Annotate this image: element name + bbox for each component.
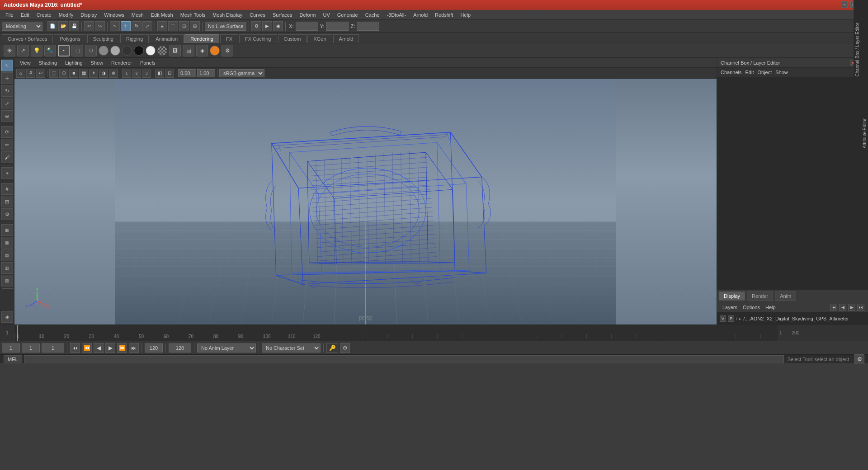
menu-windows[interactable]: Windows	[100, 11, 128, 19]
right-tab-render[interactable]: Render	[747, 291, 773, 301]
right-tab-display[interactable]: Display	[719, 291, 745, 301]
vp-display-btn[interactable]: ⬚	[49, 69, 58, 78]
character-set-dropdown[interactable]: No Character Set	[262, 343, 321, 352]
vp-aa-btn[interactable]: ⊕	[109, 69, 118, 78]
help-btn[interactable]: Help	[764, 304, 778, 310]
menu-redshift[interactable]: Redshift	[431, 11, 457, 19]
snap-view-button[interactable]: ⊞	[190, 21, 200, 31]
sculpt-brush[interactable]: ✏	[1, 139, 13, 150]
layer-nav-3[interactable]: ▶	[848, 304, 855, 311]
play-back-button[interactable]: ◀	[94, 343, 104, 353]
scale-tool-button[interactable]: ⤢	[142, 21, 152, 31]
vp-undo-btn[interactable]: ↩	[36, 69, 45, 78]
vp-home-btn[interactable]: ⌂	[16, 69, 25, 78]
tab-fx[interactable]: FX	[220, 34, 238, 43]
ipr-render-button[interactable]: ◉	[273, 21, 283, 31]
quick-layout-3[interactable]: ▤	[1, 249, 13, 261]
go-end-button[interactable]: ⏭	[129, 343, 139, 353]
render-button[interactable]: ▶	[262, 21, 272, 31]
save-scene-button[interactable]: 💾	[69, 21, 79, 31]
tab-xgen[interactable]: XGen	[307, 34, 332, 43]
vp-wire-btn[interactable]: ⬡	[59, 69, 68, 78]
current-frame-field[interactable]	[22, 343, 40, 352]
shelf-render-pass[interactable]: ◈	[196, 45, 208, 56]
menu-mesh[interactable]: Mesh	[128, 11, 147, 19]
vp-value2[interactable]	[197, 69, 215, 77]
menu-file[interactable]: File	[2, 11, 17, 19]
timeline-ruler[interactable]: 1 10 20 30 40 50 60 70 80 90 100 110 120	[14, 325, 778, 341]
open-scene-button[interactable]: 📂	[58, 21, 68, 31]
universal-manip[interactable]: ⊕	[1, 110, 13, 122]
quick-layout-2[interactable]: ▩	[1, 237, 13, 249]
scale-tool[interactable]: ⤢	[1, 98, 13, 109]
new-scene-button[interactable]: 📄	[47, 21, 57, 31]
tab-arnold[interactable]: Arnold	[333, 34, 359, 43]
quick-layout-1[interactable]: ▦	[1, 224, 13, 236]
x-input[interactable]	[296, 22, 318, 31]
minimize-button[interactable]: ─	[841, 1, 848, 8]
anim-prefs-button[interactable]: ⚙	[340, 343, 350, 353]
vp-shadow-btn[interactable]: ◑	[99, 69, 108, 78]
snap-grid-button[interactable]: #	[157, 21, 167, 31]
auto-key-button[interactable]: 🔑	[326, 343, 338, 353]
menu-mesh-tools[interactable]: Mesh Tools	[177, 11, 209, 19]
layer-nav-1[interactable]: ⏮	[830, 304, 837, 311]
right-tab-anim[interactable]: Anim	[775, 291, 796, 301]
vp-menu-show[interactable]: Show	[87, 59, 107, 66]
shelf-sphere-gray[interactable]	[99, 46, 108, 56]
status-gear-button[interactable]: ⚙	[854, 354, 864, 364]
no-live-surface-button[interactable]: No Live Surface	[205, 22, 246, 31]
layers-btn[interactable]: Layers	[721, 304, 739, 310]
paint-tool[interactable]: 🖌	[1, 151, 13, 163]
cb-nav-edit[interactable]: Edit	[745, 70, 754, 75]
viewport-3d[interactable]: persp X Y Z	[14, 79, 717, 324]
bottom-tool[interactable]: ◈	[1, 311, 13, 323]
vp-res1-btn[interactable]: 1	[122, 69, 131, 78]
vp-menu-shading[interactable]: Shading	[35, 59, 61, 66]
redo-button[interactable]: ↪	[95, 21, 105, 31]
cb-nav-object[interactable]: Object	[757, 70, 772, 75]
layer-visibility-button[interactable]: V	[720, 315, 726, 322]
rotate-tool[interactable]: ↻	[1, 85, 13, 97]
shelf-render-gear[interactable]: ⚙	[222, 45, 233, 56]
shelf-sphere-black[interactable]	[134, 46, 144, 56]
render-settings-button[interactable]: ⚙	[251, 21, 261, 31]
command-line[interactable]	[24, 355, 784, 363]
quick-layout-4[interactable]: ▥	[1, 262, 13, 274]
y-input[interactable]	[326, 22, 349, 31]
select-tool-button[interactable]: ↖	[110, 21, 120, 31]
menu-help[interactable]: Help	[457, 11, 474, 19]
menu-modify[interactable]: Modify	[55, 11, 77, 19]
show-manip[interactable]: ⌖	[1, 167, 13, 179]
vp-value1[interactable]	[178, 69, 196, 77]
menu-display[interactable]: Display	[77, 11, 100, 19]
vp-solid-btn[interactable]: ■	[69, 69, 78, 78]
vp-iso-btn[interactable]: ◧	[155, 69, 164, 78]
shelf-render-queue[interactable]: ▤	[183, 45, 194, 56]
snap-point-button[interactable]: ⊡	[179, 21, 189, 31]
vp-menu-renderer[interactable]: Renderer	[108, 59, 136, 66]
menu-create[interactable]: Create	[33, 11, 55, 19]
menu-surfaces[interactable]: Surfaces	[269, 11, 296, 19]
tab-fx-caching[interactable]: FX Caching	[239, 34, 277, 43]
move-tool[interactable]: ✛	[1, 72, 13, 84]
shelf-sphere-mid[interactable]	[110, 46, 120, 56]
shelf-sphere-checker[interactable]	[157, 46, 167, 56]
tab-animation[interactable]: Animation	[150, 34, 184, 43]
snap-curve-button[interactable]: ⌒	[168, 21, 178, 31]
shelf-orange-sphere[interactable]	[210, 46, 220, 56]
mel-indicator[interactable]: MEL	[4, 355, 22, 363]
menu-curves[interactable]: Curves	[246, 11, 269, 19]
menu-edit[interactable]: Edit	[17, 11, 33, 19]
anim-layer-dropdown[interactable]: No Anim Layer	[197, 343, 256, 352]
options-btn[interactable]: Options	[741, 304, 762, 310]
vp-res2-btn[interactable]: 2	[132, 69, 141, 78]
tab-rendering[interactable]: Rendering	[184, 34, 219, 43]
move-tool-button[interactable]: ✛	[121, 21, 131, 31]
menu-cache[interactable]: Cache	[362, 11, 383, 19]
tab-rigging[interactable]: Rigging	[120, 34, 149, 43]
shelf-icon-spot-light[interactable]: 🔦	[44, 45, 56, 56]
shelf-icon-volume-light[interactable]: ⬚	[71, 45, 83, 56]
shelf-icon-directional[interactable]: ↗	[17, 45, 29, 56]
shelf-sphere-dark[interactable]	[122, 46, 132, 56]
